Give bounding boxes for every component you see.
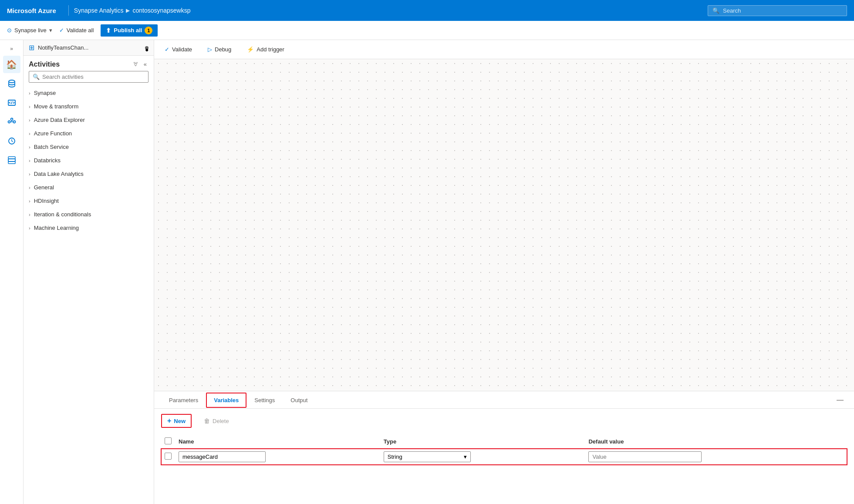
- move-transform-chevron-icon: ›: [29, 104, 30, 109]
- databricks-chevron-icon: ›: [29, 158, 30, 163]
- publish-icon: ⬆: [106, 27, 111, 34]
- global-search[interactable]: 🔍 Search: [708, 5, 847, 16]
- new-variable-button[interactable]: + New: [161, 414, 192, 428]
- azure-function-chevron-icon: ›: [29, 131, 30, 136]
- activities-header: Activities ⩔ «: [24, 56, 154, 71]
- develop-icon-button[interactable]: [3, 94, 20, 111]
- activity-item-general[interactable]: › General: [24, 181, 154, 194]
- top-bar-divider: [68, 5, 69, 16]
- canvas-draw-area[interactable]: [154, 59, 854, 391]
- tab-parameters[interactable]: Parameters: [161, 393, 206, 408]
- synapse-live-icon: ⊙: [7, 27, 12, 34]
- monitor-icon-button[interactable]: [3, 132, 20, 150]
- synapse-live-button[interactable]: ⊙ Synapse live ▾: [7, 27, 52, 34]
- general-chevron-icon: ›: [29, 185, 30, 190]
- azure-brand: Microsoft Azure: [7, 7, 56, 14]
- delete-variable-label: Delete: [213, 418, 229, 424]
- minimize-panel-button[interactable]: —: [833, 394, 847, 406]
- machine-learning-label: Machine Learning: [34, 225, 79, 231]
- variable-type-select[interactable]: String ▾: [384, 451, 471, 462]
- unsaved-indicator: ●: [145, 46, 149, 50]
- tab-settings[interactable]: Settings: [246, 393, 283, 408]
- activity-item-move-transform[interactable]: › Move & transform: [24, 100, 154, 113]
- activity-item-azure-function[interactable]: › Azure Function: [24, 127, 154, 140]
- activities-title: Activities: [29, 60, 60, 68]
- bottom-tabs-bar: Parameters Variables Settings Output —: [154, 391, 854, 409]
- col-default-header: Default value: [585, 435, 847, 449]
- collapse-panel-button[interactable]: «: [142, 60, 149, 68]
- nav-synapse[interactable]: Synapse Analytics: [74, 7, 124, 14]
- new-plus-icon: +: [167, 417, 171, 425]
- validate-icon: ✓: [59, 27, 64, 34]
- variable-default-input[interactable]: [588, 451, 702, 462]
- activity-item-hdinsight[interactable]: › HDInsight: [24, 194, 154, 208]
- validate-button[interactable]: ✓ Validate: [161, 44, 196, 54]
- activity-item-databricks[interactable]: › Databricks: [24, 154, 154, 167]
- activities-search-icon: 🔍: [33, 74, 40, 80]
- delete-trash-icon: 🗑: [204, 417, 210, 424]
- delete-variable-button[interactable]: 🗑 Delete: [199, 415, 234, 427]
- top-bar-nav: Synapse Analytics ▶ contososynapsewksp: [74, 7, 191, 14]
- activity-item-data-explorer[interactable]: › Azure Data Explorer: [24, 113, 154, 127]
- canvas-area: ✓ Validate ▷ Debug ⚡ Add trigger Paramet…: [154, 40, 854, 504]
- synapse-live-chevron-icon: ▾: [49, 27, 52, 34]
- synapse-chevron-icon: ›: [29, 91, 30, 96]
- icon-rail: » 🏠: [0, 40, 24, 504]
- second-toolbar: ⊙ Synapse live ▾ ✓ Validate all ⬆ Publis…: [0, 21, 854, 40]
- validate-all-button[interactable]: ✓ Validate all: [59, 27, 94, 34]
- add-trigger-button[interactable]: ⚡ Add trigger: [243, 44, 288, 54]
- activity-item-synapse[interactable]: › Synapse: [24, 86, 154, 100]
- tab-output[interactable]: Output: [283, 393, 315, 408]
- activity-item-batch-service[interactable]: › Batch Service: [24, 140, 154, 154]
- svg-rect-7: [8, 161, 15, 164]
- validate-all-label: Validate all: [67, 27, 94, 34]
- synapse-label: Synapse: [34, 90, 56, 96]
- svg-point-4: [10, 118, 13, 121]
- activities-search-input[interactable]: [42, 74, 145, 80]
- synapse-live-label: Synapse live: [14, 27, 47, 34]
- collapse-all-button[interactable]: ⩔: [131, 60, 140, 68]
- manage-icon-button[interactable]: [3, 151, 20, 169]
- new-variable-label: New: [174, 418, 186, 424]
- activity-item-data-lake[interactable]: › Data Lake Analytics: [24, 167, 154, 181]
- batch-service-chevron-icon: ›: [29, 144, 30, 150]
- search-placeholder: Search: [723, 7, 741, 14]
- activity-item-iteration[interactable]: › Iteration & conditionals: [24, 208, 154, 221]
- data-icon-button[interactable]: [3, 75, 20, 92]
- row-checkbox[interactable]: [165, 453, 172, 460]
- select-all-checkbox[interactable]: [165, 437, 172, 444]
- rail-expand-button[interactable]: »: [3, 44, 20, 54]
- variable-name-input[interactable]: [179, 451, 266, 462]
- col-name-header: Name: [175, 435, 380, 449]
- variables-content: + New 🗑 Delete Name: [154, 409, 854, 504]
- variable-row: String ▾: [161, 449, 847, 465]
- row-checkbox-cell: [161, 449, 175, 465]
- activities-panel: ⊞ NotifiyTeamsChan... ● Activities ⩔ « 🔍…: [24, 40, 154, 504]
- nav-workspace[interactable]: contososynapsewksp: [132, 7, 190, 14]
- row-name-cell: [175, 449, 380, 465]
- integrate-icon-button[interactable]: [3, 113, 20, 131]
- svg-point-0: [9, 80, 15, 83]
- svg-rect-8: [8, 157, 15, 159]
- top-bar: Microsoft Azure Synapse Analytics ▶ cont…: [0, 0, 854, 21]
- databricks-label: Databricks: [34, 157, 61, 164]
- tab-variables[interactable]: Variables: [206, 393, 246, 408]
- general-label: General: [34, 184, 54, 191]
- main-layout: » 🏠: [0, 40, 854, 504]
- pipeline-tab-title[interactable]: NotifiyTeamsChan...: [38, 44, 142, 51]
- home-icon-button[interactable]: 🏠: [3, 56, 20, 73]
- activity-item-machine-learning[interactable]: › Machine Learning: [24, 221, 154, 235]
- search-icon: 🔍: [712, 7, 719, 14]
- debug-button[interactable]: ▷ Debug: [204, 44, 235, 54]
- data-lake-label: Data Lake Analytics: [34, 171, 84, 177]
- publish-all-button[interactable]: ⬆ Publish all 1: [101, 24, 158, 37]
- data-explorer-label: Azure Data Explorer: [34, 117, 85, 123]
- activities-list: › Synapse › Move & transform › Azure Dat…: [24, 86, 154, 504]
- trigger-icon: ⚡: [247, 46, 254, 53]
- activities-search-box[interactable]: 🔍: [29, 71, 149, 83]
- svg-point-2: [8, 121, 10, 123]
- bottom-panel: Parameters Variables Settings Output — +…: [154, 391, 854, 504]
- publish-all-label: Publish all: [114, 27, 142, 34]
- debug-label: Debug: [215, 46, 231, 53]
- iteration-label: Iteration & conditionals: [34, 211, 91, 218]
